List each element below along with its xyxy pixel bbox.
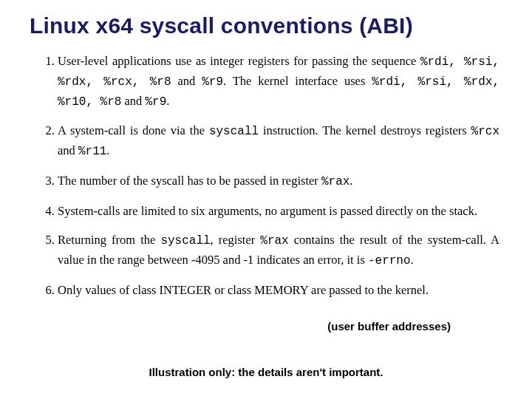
- list-item: A system-call is done via the syscall in…: [58, 121, 502, 161]
- text: .: [411, 253, 414, 267]
- text: and: [58, 143, 78, 157]
- code-text: syscall: [209, 125, 259, 138]
- list-item: System-calls are limited to six argument…: [58, 202, 502, 221]
- text: . The kernel interface uses: [223, 74, 372, 88]
- text: User-level applications use as integer r…: [58, 54, 420, 68]
- list-item: Returning from the syscall, register %ra…: [58, 231, 502, 270]
- code-text: %r11: [78, 145, 106, 158]
- list-item: Only values of class INTEGER or class ME…: [58, 281, 502, 300]
- code-text: %r9: [202, 75, 223, 89]
- text: and: [121, 94, 145, 108]
- text: , register: [211, 233, 261, 247]
- text: Returning from the: [58, 233, 160, 247]
- code-text: syscall: [160, 234, 210, 248]
- text: .: [106, 143, 109, 157]
- code-text: -errno: [368, 254, 411, 267]
- text: The number of the syscall has to be pass…: [58, 174, 321, 188]
- list-item: User-level applications use as integer r…: [58, 52, 502, 111]
- list-item: The number of the syscall has to be pass…: [58, 171, 502, 191]
- bullet-list: User-level applications use as integer r…: [30, 52, 502, 300]
- text: Only values of class INTEGER or class ME…: [58, 283, 429, 297]
- code-text: %r9: [146, 95, 167, 109]
- slide-title: Linux x64 syscall conventions (ABI): [30, 13, 502, 38]
- text: instruction. The kernel destroys registe…: [259, 123, 471, 137]
- caption-text: Illustration only: the details aren't im…: [0, 366, 532, 378]
- code-text: %rax: [321, 175, 349, 188]
- text: .: [349, 174, 352, 188]
- text: System-calls are limited to six argument…: [58, 204, 477, 218]
- text: .: [166, 94, 169, 108]
- text: A system-call is done via the: [58, 123, 209, 137]
- annotation-text: (user buffer addresses): [327, 320, 451, 332]
- text: and: [171, 74, 202, 88]
- code-text: %rcx: [471, 125, 499, 138]
- code-text: %rax: [260, 234, 288, 248]
